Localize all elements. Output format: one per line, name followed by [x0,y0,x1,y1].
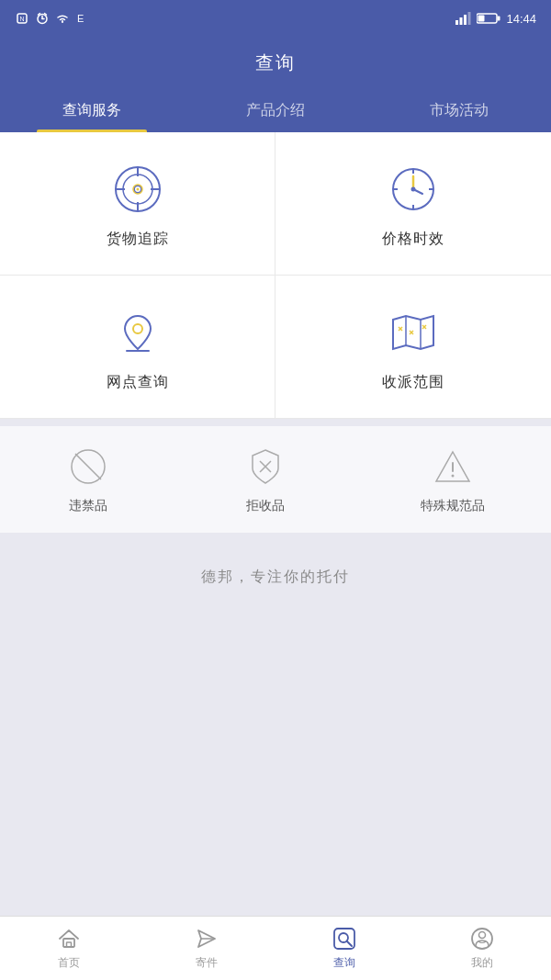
svg-point-32 [133,324,142,333]
svg-rect-49 [67,942,72,947]
price-item[interactable]: 价格时效 [276,132,551,276]
special-label: 特殊规范品 [421,498,485,514]
tracking-label: 货物追踪 [107,230,169,249]
svg-rect-14 [478,16,485,22]
alarm-icon [35,11,50,26]
battery-icon [477,12,500,25]
app-header: 查询 [0,37,551,88]
network-item[interactable]: 网点查询 [0,276,276,418]
tracking-icon [110,162,165,217]
nav-mine[interactable]: 我的 [413,917,551,980]
tab-bar: 查询服务 产品介绍 市场活动 [0,88,551,132]
nav-mine-label: 我的 [471,955,493,971]
rejected-label: 拒收品 [246,498,285,514]
prohibited-label: 违禁品 [69,498,107,514]
svg-point-27 [411,187,416,192]
nfc-icon: N [15,11,29,26]
svg-line-43 [75,454,101,479]
banner-text: 德邦，专注你的托付 [201,569,350,584]
coverage-label: 收派范围 [382,373,444,392]
home-icon [56,926,82,952]
nav-home[interactable]: 首页 [0,917,138,980]
bottom-nav: 首页 寄件 查询 [0,916,551,980]
rejected-icon [243,445,287,489]
status-bar: N E [0,0,551,37]
svg-line-53 [347,941,352,946]
page-title: 查询 [255,51,296,75]
wifi-icon [55,11,70,26]
service-grid: 货物追踪 [0,132,551,419]
coverage-icon [386,305,441,360]
special-item[interactable]: 特殊规范品 [421,445,485,514]
send-icon [194,926,219,952]
tab-product-intro[interactable]: 产品介绍 [184,88,367,132]
info-section: 违禁品 拒收品 [0,419,551,540]
svg-rect-10 [464,15,467,25]
nav-query[interactable]: 查询 [276,917,413,980]
svg-text:E: E [77,13,84,24]
query-icon [332,926,357,952]
tracking-item[interactable]: 货物追踪 [0,132,276,276]
coverage-item[interactable]: 收派范围 [276,276,551,418]
tab-market-activity[interactable]: 市场活动 [367,88,551,132]
svg-text:N: N [19,16,24,22]
tab-query-service[interactable]: 查询服务 [0,88,184,132]
svg-point-18 [136,188,139,191]
svg-rect-9 [460,17,463,25]
signal-bars-icon [455,12,471,25]
svg-rect-13 [498,17,500,21]
time-display: 14:44 [506,12,536,26]
svg-point-55 [479,932,486,939]
network-icon [110,305,165,360]
prohibited-item[interactable]: 违禁品 [66,445,110,514]
nav-send[interactable]: 寄件 [138,917,276,980]
mine-icon [469,926,495,952]
price-label: 价格时效 [382,230,444,249]
status-bar-left: N E [15,11,88,26]
network-label: 网点查询 [107,373,169,392]
signal-e-icon: E [75,11,88,26]
nav-send-label: 寄件 [196,955,218,971]
svg-rect-11 [468,12,471,25]
prohibited-icon [66,445,110,489]
price-icon [386,162,441,217]
status-bar-right: 14:44 [455,12,536,26]
special-icon [431,445,475,489]
main-content: 货物追踪 [0,132,551,916]
banner-section: 德邦，专注你的托付 [0,540,551,916]
rejected-item[interactable]: 拒收品 [243,445,287,514]
svg-point-47 [451,475,454,478]
nav-home-label: 首页 [58,955,80,971]
nav-query-label: 查询 [333,955,355,971]
svg-rect-8 [455,20,458,25]
